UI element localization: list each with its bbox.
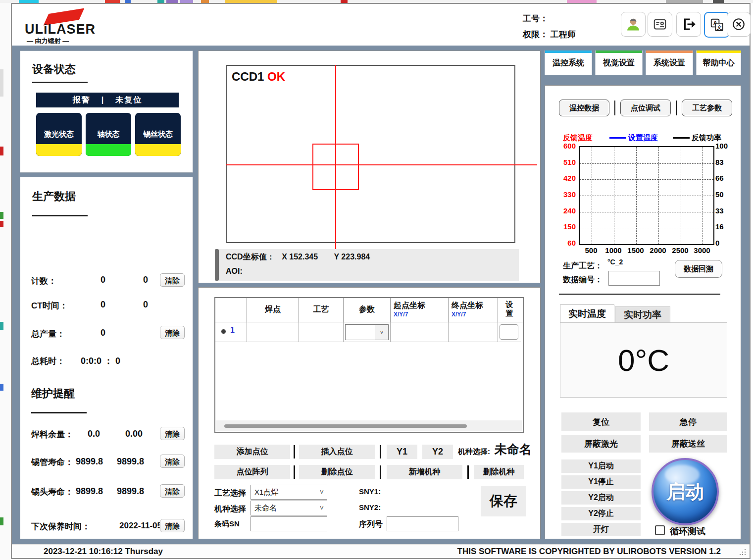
screen: ULiLASER — 由力镭射 — 工号： 权限： 工程师 [0, 0, 753, 560]
xtick: 2500 [669, 246, 692, 255]
clear-next-maintenance-button[interactable]: 清除 [160, 519, 185, 532]
start-coord-cell[interactable] [391, 322, 449, 342]
weld-point-cell[interactable] [247, 322, 299, 342]
ccd-camera-label: CCD1 [232, 70, 264, 84]
table-scrollbar-thumb[interactable] [224, 424, 467, 428]
clear-count-button[interactable]: 清除 [160, 273, 185, 287]
table-header-row: 焊点 工艺 参数 起点坐标X/Y/7 终点坐标X/Y/7 设置 [215, 298, 523, 322]
add-point-button[interactable]: 添加点位 [214, 445, 290, 459]
alarm-status-bar: 报警 | 未复位 [36, 93, 179, 107]
delete-point-button[interactable]: 删除点位 [299, 465, 375, 479]
ccd-coord-label: CCD坐标值： [226, 253, 275, 261]
axis-status-indicator [86, 144, 131, 156]
model-select-label: 机种选择 [214, 504, 246, 514]
process-select-value: X1点焊 [254, 488, 278, 497]
clear-solder-remain-button[interactable]: 清除 [160, 427, 185, 440]
realtime-temp-display: 0°C [560, 322, 727, 398]
xtick: 500 [580, 246, 602, 255]
y2-start-button[interactable]: Y2启动 [561, 491, 641, 505]
process-select[interactable]: X1点焊 ˅ [251, 485, 327, 500]
ytick-right: 66 [715, 174, 735, 182]
start-button-gloss [665, 465, 700, 484]
solder-remain-value-1: 0.0 [88, 429, 100, 439]
tab-color-bar [545, 51, 592, 53]
ccd-view[interactable]: CCD1 OK [226, 65, 515, 243]
tab-realtime-power[interactable]: 实时功率 [615, 306, 670, 323]
col-row-selector [215, 298, 247, 322]
axis-status-label: 轴状态 [86, 130, 131, 139]
mask-wire-feed-button[interactable]: 屏蔽送丝 [649, 435, 727, 453]
ccd-coordinate-bar: CCD坐标值： X 152.345 Y 223.984 AOI: [215, 249, 519, 281]
wire-status-tile: 锡丝状态 [135, 113, 181, 156]
barcode-sn-input[interactable] [251, 516, 327, 531]
tab-temperature-system[interactable]: 温控系统 [545, 51, 592, 75]
close-window-button[interactable] [727, 12, 751, 37]
resize-grip[interactable] [739, 548, 746, 555]
start-button[interactable]: 启动 [652, 458, 719, 525]
ct-time-value-1: 0 [100, 300, 105, 310]
table-row[interactable]: 1 ˅ [215, 322, 523, 342]
tab-realtime-temp[interactable]: 实时温度 [560, 305, 614, 323]
param-cell: ˅ [344, 322, 391, 342]
temp-data-button[interactable]: 温控数据 [559, 100, 609, 116]
clear-tin-head-life-button[interactable]: 清除 [160, 484, 185, 498]
app-window: ULiLASER — 由力镭射 — 工号： 权限： 工程师 [11, 3, 751, 559]
process-param-button[interactable]: 工艺参数 [682, 100, 732, 116]
tab-color-bar [646, 51, 693, 53]
y1-stop-button[interactable]: Y1停止 [561, 475, 641, 489]
y2-stop-button[interactable]: Y2停止 [561, 507, 641, 520]
crosshair-vertical-line [335, 65, 336, 256]
tab-vision-settings[interactable]: 视觉设置 [595, 51, 643, 75]
operator-list-button[interactable] [648, 12, 672, 37]
y2-button[interactable]: Y2 [422, 445, 453, 459]
y1-start-button[interactable]: Y1启动 [561, 459, 641, 473]
logout-button[interactable] [676, 12, 701, 37]
ytick-left: 510 [556, 158, 576, 166]
end-coord-sub: X/Y/7 [452, 311, 498, 318]
clear-total-output-button[interactable]: 清除 [160, 326, 185, 339]
temperature-chart-plot [579, 146, 714, 245]
data-number-input[interactable] [608, 271, 660, 286]
row-selector-cell[interactable]: 1 [215, 322, 247, 342]
new-model-button[interactable]: 新增机种 [387, 465, 462, 479]
point-debug-button[interactable]: 点位调试 [620, 100, 671, 116]
param-dropdown[interactable]: ˅ [345, 324, 389, 340]
desktop-artifact-left-strip [0, 3, 11, 560]
y1-button[interactable]: Y1 [387, 445, 417, 459]
svg-text:文: 文 [716, 24, 722, 31]
serial-input[interactable] [387, 516, 458, 531]
mask-laser-button[interactable]: 屏蔽激光 [561, 435, 641, 453]
delete-model-button[interactable]: 删除机种 [474, 465, 524, 479]
next-maintenance-value: 2022-11-05 [119, 521, 162, 531]
col-end-coord: 终点坐标X/Y/7 [449, 298, 498, 322]
emergency-stop-button[interactable]: 急停 [649, 412, 727, 431]
process-cell[interactable] [299, 322, 344, 342]
sny2-label: SNY2: [359, 503, 381, 511]
cycle-test-checkbox[interactable] [655, 525, 665, 535]
ytick-left: 420 [556, 174, 576, 182]
point-array-button[interactable]: 点位阵列 [214, 465, 290, 479]
insert-point-button[interactable]: 插入点位 [299, 445, 375, 459]
axis-status-tile: 轴状态 [86, 113, 131, 156]
model-select[interactable]: 未命名 ˅ [251, 501, 327, 515]
clear-tin-tube-life-button[interactable]: 清除 [160, 455, 185, 468]
col-param: 参数 [344, 298, 391, 322]
total-time-value: 0:0:0 ： 0 [81, 355, 120, 367]
data-backtrack-button[interactable]: 数据回溯 [675, 260, 722, 278]
row-index: 1 [230, 326, 235, 335]
logo-brand: ULiLASER [25, 22, 96, 37]
end-coord-cell[interactable] [449, 322, 498, 342]
row-settings-button[interactable] [500, 324, 518, 340]
close-icon [731, 17, 746, 32]
ytick-left: 330 [556, 190, 576, 199]
light-on-button[interactable]: 开灯 [561, 523, 641, 536]
tab-system-settings[interactable]: 系统设置 [646, 51, 693, 75]
user-avatar-button[interactable] [621, 12, 646, 37]
point-program-panel: 焊点 工艺 参数 起点坐标X/Y/7 终点坐标X/Y/7 设置 1 [198, 287, 541, 539]
next-maintenance-label: 下次保养时间： [31, 521, 90, 532]
reset-button[interactable]: 复位 [561, 412, 641, 431]
save-button[interactable]: 保存 [481, 486, 526, 516]
language-toggle-button[interactable]: A 文 [704, 12, 730, 38]
tab-help-center[interactable]: 帮助中心 [696, 51, 741, 75]
employee-id-label: 工号： [523, 13, 548, 24]
